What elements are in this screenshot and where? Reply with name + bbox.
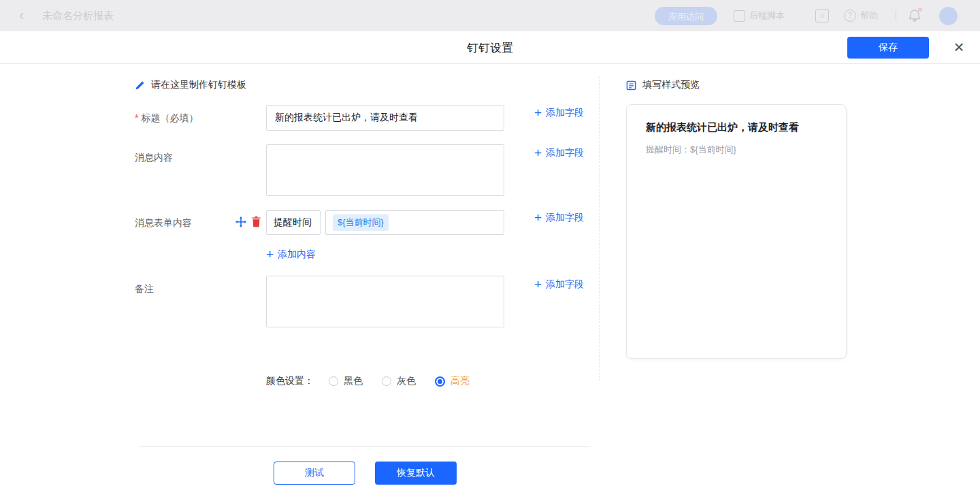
preview-section-header: 填写样式预览 bbox=[626, 79, 700, 91]
add-field-label: 添加字段 bbox=[546, 212, 584, 224]
form-content-value-input[interactable]: ${当前时间} bbox=[325, 210, 504, 235]
preview-card-meta: 提醒时间：${当前时间} bbox=[646, 144, 736, 156]
title-input[interactable] bbox=[266, 105, 504, 131]
template-section-header: 请在这里制作钉钉模板 bbox=[135, 79, 246, 91]
add-field-button-title[interactable]: + 添加字段 bbox=[534, 107, 584, 119]
title-label-text: 标题（必填） bbox=[141, 112, 198, 123]
preview-header-label: 填写样式预览 bbox=[642, 79, 700, 91]
dialog-title: 钉钉设置 bbox=[467, 40, 513, 56]
help-button[interactable]: ? 帮助 bbox=[844, 10, 878, 22]
footer-divider bbox=[140, 446, 591, 447]
remark-textarea[interactable] bbox=[266, 276, 504, 327]
document-icon bbox=[626, 80, 636, 91]
plus-icon: + bbox=[534, 108, 542, 118]
radio-option-black[interactable]: 黑色 bbox=[329, 375, 363, 387]
restore-default-button[interactable]: 恢复默认 bbox=[375, 462, 457, 485]
radio-option-highlight[interactable]: 高亮 bbox=[435, 375, 470, 387]
bell-icon[interactable] bbox=[908, 9, 921, 22]
preview-card: 新的报表统计已出炉，请及时查看 提醒时间：${当前时间} bbox=[626, 104, 847, 359]
dingtalk-settings-dialog: 钉钉设置 保存 × 请在这里制作钉钉模板 *标题（必填） + 添加字段 消息内容… bbox=[0, 31, 980, 501]
add-field-label: 添加字段 bbox=[546, 147, 584, 159]
radio-label: 黑色 bbox=[344, 375, 363, 387]
avatar[interactable] bbox=[939, 7, 958, 25]
close-icon[interactable]: × bbox=[947, 34, 970, 60]
add-field-label: 添加字段 bbox=[546, 278, 584, 291]
plus-icon: + bbox=[266, 250, 274, 259]
color-settings-label: 颜色设置： bbox=[266, 375, 314, 387]
help-label: 帮助 bbox=[860, 10, 878, 22]
template-header-label: 请在这里制作钉钉模板 bbox=[151, 79, 246, 91]
save-button[interactable]: 保存 bbox=[847, 37, 929, 59]
required-mark: * bbox=[135, 112, 138, 123]
backend-script-label: 后端脚本 bbox=[749, 10, 785, 22]
back-icon[interactable]: ‹ bbox=[19, 6, 24, 25]
plus-icon: + bbox=[534, 280, 542, 289]
radio-icon[interactable] bbox=[382, 376, 391, 386]
test-button[interactable]: 测试 bbox=[274, 462, 355, 485]
add-field-button-remark[interactable]: + 添加字段 bbox=[534, 278, 584, 291]
dialog-header: 钉钉设置 保存 × bbox=[0, 31, 980, 64]
radio-label: 灰色 bbox=[397, 375, 416, 387]
notification-dot bbox=[918, 7, 922, 12]
radio-option-gray[interactable]: 灰色 bbox=[382, 375, 416, 387]
add-content-button[interactable]: + 添加内容 bbox=[266, 248, 316, 261]
pencil-icon bbox=[135, 80, 145, 91]
message-row-label: 消息内容 bbox=[135, 152, 173, 164]
add-content-label: 添加内容 bbox=[278, 248, 316, 261]
variable-tag[interactable]: ${当前时间} bbox=[333, 214, 389, 231]
question-icon: ? bbox=[844, 10, 856, 22]
plus-icon: + bbox=[534, 148, 542, 158]
vertical-divider bbox=[599, 76, 600, 381]
code-icon[interactable]: A bbox=[815, 9, 829, 22]
delete-icon[interactable] bbox=[250, 216, 261, 227]
report-title: 未命名分析报表 bbox=[42, 10, 114, 22]
add-field-button-form-content[interactable]: + 添加字段 bbox=[534, 212, 584, 224]
form-content-row-label: 消息表单内容 bbox=[135, 217, 192, 229]
backend-script-button[interactable]: 后端脚本 bbox=[734, 10, 785, 22]
remark-row-label: 备注 bbox=[135, 283, 154, 295]
script-icon bbox=[734, 10, 745, 22]
move-icon[interactable] bbox=[235, 216, 246, 227]
title-row-label: *标题（必填） bbox=[135, 112, 198, 125]
app-access-button[interactable]: 应用访问 bbox=[655, 7, 717, 25]
radio-icon[interactable] bbox=[329, 376, 338, 386]
topbar-divider bbox=[896, 10, 896, 21]
radio-icon-selected[interactable] bbox=[435, 376, 445, 387]
preview-card-title: 新的报表统计已出炉，请及时查看 bbox=[646, 121, 830, 134]
color-settings-row: 颜色设置： 黑色 灰色 高亮 bbox=[266, 375, 489, 387]
radio-label: 高亮 bbox=[451, 375, 470, 387]
add-field-button-message[interactable]: + 添加字段 bbox=[534, 147, 584, 159]
app-topbar: ‹ 未命名分析报表 应用访问 后端脚本 A ? 帮助 bbox=[0, 0, 980, 31]
add-field-label: 添加字段 bbox=[546, 107, 584, 119]
message-content-textarea[interactable] bbox=[266, 144, 504, 196]
form-content-key-input[interactable] bbox=[266, 210, 321, 235]
plus-icon: + bbox=[534, 213, 542, 223]
